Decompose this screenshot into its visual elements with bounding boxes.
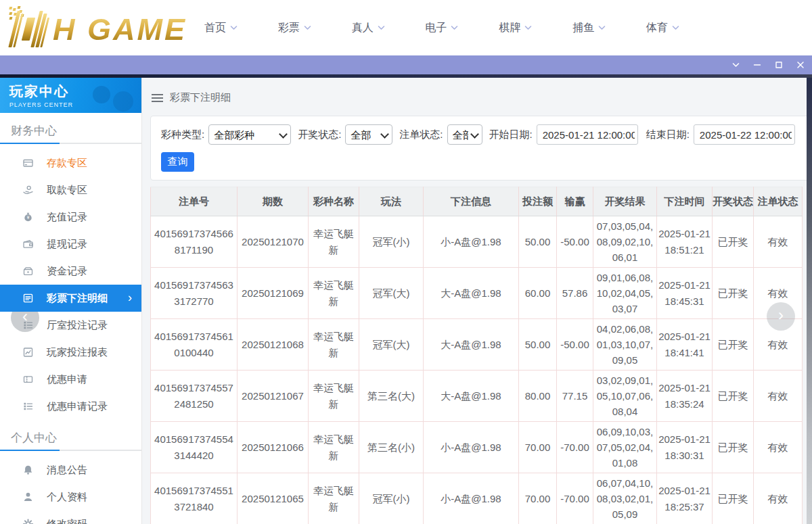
sidebar-item-玩家投注报表[interactable]: 玩家投注报表 xyxy=(0,339,141,366)
sidebar-item-存款专区[interactable]: 存款专区 xyxy=(0,149,141,176)
nav-item-home[interactable]: 首页 xyxy=(204,21,238,35)
sidebar-item-label: 存款专区 xyxy=(47,157,87,170)
sidebar-item-label: 彩票下注明细 xyxy=(47,292,108,305)
minimize-window-button[interactable] xyxy=(750,57,765,72)
nav-item-lottery[interactable]: 彩票 xyxy=(278,21,311,35)
table-cell: 有效 xyxy=(754,473,803,524)
table-cell: 401569173745572481250 xyxy=(151,371,238,422)
section-rule xyxy=(0,450,141,451)
section-title: 个人中心 xyxy=(0,420,141,450)
chevron-down-icon xyxy=(451,25,458,30)
list-icon xyxy=(22,401,34,412)
draw-status-select-wrap: 全部 xyxy=(345,124,392,145)
sidebar-item-彩票下注明细[interactable]: 彩票下注明细› xyxy=(0,285,141,312)
table-cell: 20250121065 xyxy=(238,473,309,524)
start-date-input[interactable] xyxy=(537,124,638,145)
chevron-down-icon xyxy=(732,62,740,68)
window-titlebar xyxy=(0,55,812,74)
top-header: H GAME 首页彩票真人电子棋牌捕鱼体育 xyxy=(0,0,812,55)
draw-status-select[interactable]: 全部 xyxy=(345,124,392,145)
table-cell: 有效 xyxy=(754,371,803,422)
expand-window-button[interactable] xyxy=(728,57,743,72)
lottery-type-select[interactable]: 全部彩种 xyxy=(208,124,291,145)
section-title: 财务中心 xyxy=(0,113,141,143)
chevron-down-icon xyxy=(672,25,679,30)
maximize-window-button[interactable] xyxy=(771,57,786,72)
chevron-down-icon xyxy=(230,25,238,30)
chevron-down-icon xyxy=(378,25,385,30)
table-cell: 大-A盘@1.98 xyxy=(424,268,519,319)
sidebar-item-label: 优惠申请 xyxy=(47,373,87,386)
table-cell: 20250121067 xyxy=(238,371,309,422)
table-cell: -70.00 xyxy=(557,473,593,524)
table-cell: 50.00 xyxy=(519,216,557,268)
table-cell: 04,02,06,08,01,03,10,07,09,05 xyxy=(593,319,657,371)
bell-icon xyxy=(22,465,34,475)
breadcrumb: 彩票下注明细 xyxy=(152,91,812,104)
nav-item-sports[interactable]: 体育 xyxy=(646,21,679,35)
end-date-input[interactable] xyxy=(694,124,795,145)
column-header: 注单号 xyxy=(151,187,238,216)
column-header: 开奖状态 xyxy=(713,187,754,216)
table-cell: 57.86 xyxy=(557,268,593,319)
sidebar-item-充值记录[interactable]: ¥充值记录 xyxy=(0,204,141,231)
sidebar-item-label: 充值记录 xyxy=(47,211,87,224)
user-icon xyxy=(22,492,34,502)
table-cell: 20250121069 xyxy=(238,268,309,319)
sidebar-item-个人资料[interactable]: 个人资料 xyxy=(0,483,141,510)
table-cell: 20250121070 xyxy=(238,216,309,268)
nav-item-slots[interactable]: 电子 xyxy=(425,21,458,35)
table-cell: 2025-01-21 18:35:24 xyxy=(657,371,713,422)
order-status-select-wrap: 全部 xyxy=(447,124,482,145)
chevron-right-icon: › xyxy=(128,291,132,305)
table-cell: 小-A盘@1.98 xyxy=(424,216,519,268)
table-cell: 幸运飞艇新 xyxy=(309,216,359,268)
table-cell: 已开奖 xyxy=(713,473,754,524)
sidebar-item-label: 提现记录 xyxy=(47,238,87,251)
table-cell: 07,03,05,04,08,09,02,10,06,01 xyxy=(593,216,657,268)
main-nav: 首页彩票真人电子棋牌捕鱼体育 xyxy=(204,0,679,55)
sidebar-item-优惠申请记录[interactable]: 优惠申请记录 xyxy=(0,393,141,420)
column-header: 输赢 xyxy=(557,187,593,216)
nav-item-label: 首页 xyxy=(204,21,226,35)
column-header: 投注额 xyxy=(519,187,557,216)
sidebar-item-取款专区[interactable]: 取款专区 xyxy=(0,176,141,204)
table-cell: 2025-01-21 18:41:41 xyxy=(657,319,713,371)
table-cell: 401569173745543144420 xyxy=(151,422,238,473)
sidebar-item-label: 资金记录 xyxy=(47,265,87,278)
nav-item-fishing[interactable]: 捕鱼 xyxy=(572,21,606,35)
sidebar-item-资金记录[interactable]: 资金记录 xyxy=(0,258,141,285)
close-window-button[interactable] xyxy=(793,57,808,72)
chevron-down-icon xyxy=(524,25,532,30)
table-cell: -50.00 xyxy=(557,216,593,268)
sidebar-item-提现记录[interactable]: 提现记录 xyxy=(0,231,141,258)
nav-item-live[interactable]: 真人 xyxy=(352,21,385,35)
nav-item-cards[interactable]: 棋牌 xyxy=(499,21,532,35)
column-header: 玩法 xyxy=(359,187,424,216)
table-cell: 大-A盘@1.98 xyxy=(424,319,519,371)
sidebar-item-label: 个人资料 xyxy=(47,491,87,504)
table-row: 40156917374551372184020250121065幸运飞艇新冠军(… xyxy=(151,473,803,524)
sidebar-item-修改密码[interactable]: 修改密码 xyxy=(0,510,141,524)
table-cell: 已开奖 xyxy=(713,268,754,319)
sidebar-item-label: 玩家投注报表 xyxy=(47,346,108,359)
carousel-next-button[interactable]: › xyxy=(767,302,795,331)
table-cell: 2025-01-21 18:45:31 xyxy=(657,268,713,319)
nav-item-label: 棋牌 xyxy=(499,21,520,35)
table-row: 40156917374557248125020250121067幸运飞艇新第三名… xyxy=(151,371,803,422)
table-cell: 2025-01-21 18:51:21 xyxy=(657,216,713,268)
table-cell: 第三名(大) xyxy=(359,371,424,422)
search-button[interactable]: 查询 xyxy=(161,152,194,172)
hamburger-icon[interactable] xyxy=(152,94,163,102)
table-cell: 幸运飞艇新 xyxy=(309,473,359,524)
page-title: 彩票下注明细 xyxy=(170,91,231,104)
order-status-select[interactable]: 全部 xyxy=(447,124,482,145)
nav-item-label: 体育 xyxy=(646,21,668,35)
coupon-icon xyxy=(22,374,34,385)
sidebar-item-消息公告[interactable]: 消息公告 xyxy=(0,456,141,483)
main-content: 彩票下注明细 彩种类型: 全部彩种 开奖状态: 全部 注单状态: 全部 xyxy=(142,78,812,524)
logo-emblem-icon xyxy=(2,9,53,49)
sidebar-item-优惠申请[interactable]: 优惠申请 xyxy=(0,366,141,393)
column-header: 注单状态 xyxy=(754,187,803,216)
table-cell: 401569173745633172770 xyxy=(151,268,238,319)
